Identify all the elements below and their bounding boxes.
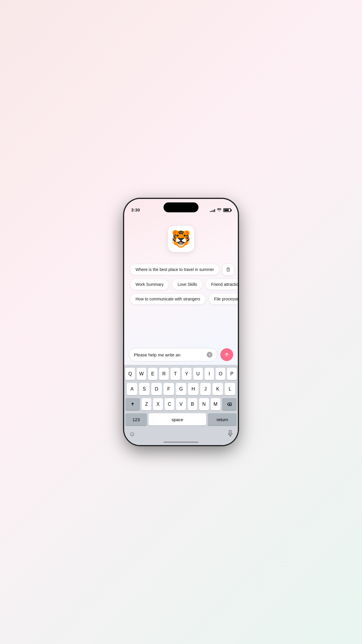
key-w[interactable]: W bbox=[137, 368, 146, 380]
suggestion-row-1: Where is the best place to travel in sum… bbox=[130, 264, 232, 275]
key-i[interactable]: I bbox=[205, 368, 214, 380]
text-input[interactable] bbox=[134, 352, 204, 357]
key-return[interactable]: return bbox=[208, 413, 237, 426]
suggestion-chip-file[interactable]: File processing bbox=[209, 293, 238, 304]
svg-rect-3 bbox=[229, 430, 231, 434]
keyboard-row-4: 123 space return bbox=[125, 413, 237, 426]
suggestion-row-3: How to communicate with strangers File p… bbox=[130, 293, 232, 304]
key-f[interactable]: F bbox=[164, 383, 174, 395]
clear-button[interactable]: × bbox=[207, 352, 212, 358]
input-area: × bbox=[124, 346, 238, 365]
key-y[interactable]: Y bbox=[182, 368, 191, 380]
keyboard: Q W E R T Y U I O P A S D F G H J K bbox=[124, 365, 238, 445]
key-d[interactable]: D bbox=[151, 383, 162, 395]
key-q[interactable]: Q bbox=[125, 368, 135, 380]
key-u[interactable]: U bbox=[193, 368, 203, 380]
key-n[interactable]: N bbox=[199, 398, 209, 410]
suggestion-chip-strangers[interactable]: How to communicate with strangers bbox=[130, 293, 206, 304]
key-numbers[interactable]: 123 bbox=[125, 413, 147, 426]
key-o[interactable]: O bbox=[216, 368, 225, 380]
key-b[interactable]: B bbox=[188, 398, 197, 410]
key-z[interactable]: Z bbox=[142, 398, 151, 410]
status-time: 3:30 bbox=[131, 207, 140, 212]
send-button[interactable] bbox=[220, 348, 233, 361]
suggestion-chip-love[interactable]: Love Skills bbox=[172, 279, 203, 290]
suggestion-chip-work[interactable]: Work Summary bbox=[130, 279, 169, 290]
key-h[interactable]: H bbox=[188, 383, 198, 395]
key-k[interactable]: K bbox=[212, 383, 223, 395]
key-backspace[interactable] bbox=[222, 398, 237, 410]
key-space[interactable]: space bbox=[149, 413, 206, 426]
suggestion-chip-travel[interactable]: Where is the best place to travel in sum… bbox=[130, 264, 219, 275]
keyboard-row-2: A S D F G H J K L bbox=[125, 383, 237, 395]
key-v[interactable]: V bbox=[176, 398, 186, 410]
keyboard-row-3: Z X C V B N M bbox=[125, 398, 237, 410]
battery-icon bbox=[223, 208, 231, 212]
emoji-icon[interactable]: ☺ bbox=[129, 430, 135, 438]
key-r[interactable]: R bbox=[159, 368, 169, 380]
key-j[interactable]: J bbox=[200, 383, 211, 395]
key-x[interactable]: X bbox=[153, 398, 163, 410]
key-e[interactable]: E bbox=[148, 368, 158, 380]
key-l[interactable]: L bbox=[225, 383, 235, 395]
key-shift[interactable] bbox=[125, 398, 140, 410]
app-icon: 🐯 bbox=[168, 226, 194, 252]
wifi-icon bbox=[217, 208, 222, 212]
status-icons bbox=[210, 208, 231, 212]
app-content: 🐯 Where is the best place to travel in s… bbox=[124, 214, 238, 445]
key-p[interactable]: P bbox=[227, 368, 237, 380]
key-s[interactable]: S bbox=[139, 383, 150, 395]
mic-icon[interactable] bbox=[227, 430, 233, 438]
suggestion-chip-friend[interactable]: Friend attraction bbox=[205, 279, 238, 290]
text-input-wrapper[interactable]: × bbox=[129, 348, 217, 361]
dynamic-island bbox=[164, 202, 198, 212]
home-indicator bbox=[164, 442, 198, 443]
suggestions-area: Where is the best place to travel in sum… bbox=[124, 258, 238, 346]
keyboard-row-1: Q W E R T Y U I O P bbox=[125, 368, 237, 380]
key-m[interactable]: M bbox=[211, 398, 220, 410]
suggestion-row-2: Work Summary Love Skills Friend attracti… bbox=[130, 279, 232, 290]
key-a[interactable]: A bbox=[127, 383, 137, 395]
app-icon-area: 🐯 bbox=[124, 214, 238, 258]
send-icon bbox=[224, 352, 230, 358]
key-t[interactable]: T bbox=[171, 368, 180, 380]
signal-icon bbox=[210, 209, 215, 212]
delete-button[interactable] bbox=[222, 264, 234, 275]
key-g[interactable]: G bbox=[176, 383, 186, 395]
key-c[interactable]: C bbox=[165, 398, 174, 410]
phone-frame: 3:30 🐯 bbox=[124, 199, 238, 445]
